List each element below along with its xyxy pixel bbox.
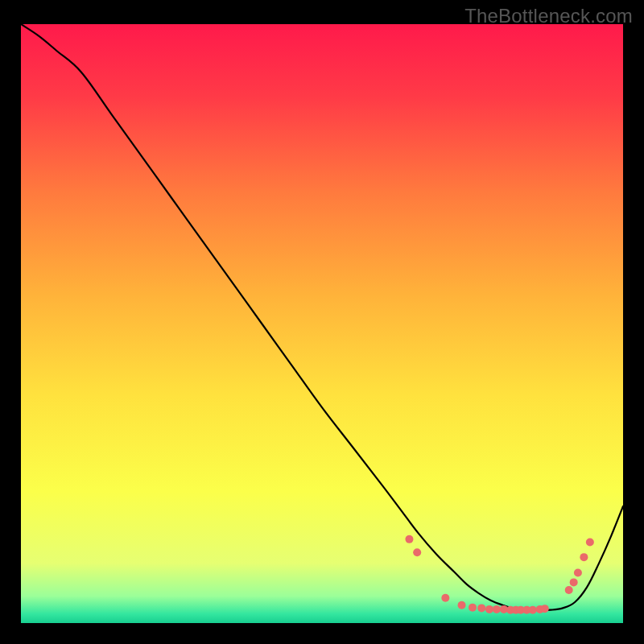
data-dot xyxy=(574,569,582,577)
chart-plot xyxy=(21,24,623,623)
data-dot xyxy=(477,604,485,612)
data-dot xyxy=(458,601,466,609)
data-dot xyxy=(565,586,573,594)
data-dot xyxy=(580,553,588,561)
data-dot xyxy=(405,535,413,543)
chart-svg xyxy=(21,24,623,623)
data-dot xyxy=(529,606,537,614)
data-dot xyxy=(586,539,594,547)
chart-container: TheBottleneck.com xyxy=(0,0,644,644)
data-dot xyxy=(469,604,477,612)
data-dot xyxy=(441,594,449,602)
data-dot xyxy=(570,578,578,586)
data-dot xyxy=(485,605,493,613)
data-dot xyxy=(413,548,421,556)
data-dot xyxy=(493,605,501,613)
data-dot xyxy=(541,605,549,613)
